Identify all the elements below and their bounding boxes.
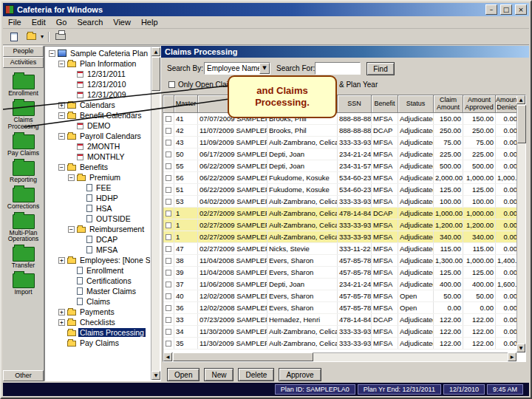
claim-row[interactable]: 5006/17/2009 SAMPLEPLA0Depti, Joan234-21… [163,149,516,160]
row-checkbox[interactable] [163,208,174,219]
row-checkbox[interactable] [163,290,174,301]
claim-row[interactable]: 5106/22/2009 SAMPLEPLA0Fukudome, Kosuke5… [163,184,516,196]
tree-item-certifications[interactable]: Certifications [47,276,150,286]
collapse-icon[interactable]: − [49,50,55,57]
tree-item-demo[interactable]: DEMO [47,120,150,131]
claim-row[interactable]: 102/27/2009 SAMPLEPLA0Ault-Zambrano, Cel… [163,208,516,219]
claim-row[interactable]: 102/27/2009 SAMPLEPLA0Ault-Zambrano, Cel… [163,231,516,243]
maximize-button[interactable]: □ [500,4,512,15]
grid-vscroll-thumb[interactable] [517,105,526,143]
tree-item-premium[interactable]: −Premium [47,172,150,183]
grid-vertical-scrollbar[interactable]: ▲ ▼ [516,95,525,352]
scroll-up-icon[interactable]: ▲ [516,95,525,104]
menu-item-help[interactable]: Help [136,17,163,27]
expand-icon[interactable]: + [58,102,65,109]
grid-column-header-status[interactable]: Status [398,95,434,113]
tree-item-employees-none-selected[interactable]: +Employees: [None Selected] [47,255,150,265]
sidebar-item-multi-plan-operations[interactable]: Multi-Plan Operations [3,211,44,243]
collapse-icon[interactable]: − [58,133,65,140]
tree-scroll-thumb[interactable] [151,57,160,91]
claim-row[interactable]: 5606/22/2009 SAMPLEPLA0Fukudome, Kosuke5… [163,172,516,184]
row-checkbox[interactable] [163,255,174,266]
tree-item-12-31-2010[interactable]: 12/31/2010 [47,79,150,89]
claim-row[interactable]: 5506/22/2009 SAMPLEPLA0Depti, Joan234-31… [163,160,516,172]
sidebar-item-transfer[interactable]: Transfer [3,244,44,269]
tree-item-benefit-calendars[interactable]: −Benefit Calendars [47,110,150,120]
collapse-icon[interactable]: − [58,112,65,119]
expand-icon[interactable]: + [58,257,65,264]
sidebar-item-corrections[interactable]: Corrections [3,185,44,210]
close-button[interactable]: × [515,4,527,15]
tree-item-dcap[interactable]: DCAP [47,234,150,245]
row-checkbox[interactable] [163,302,174,313]
tree-scrollbar[interactable]: ▲ ▼ [151,47,160,380]
claim-row[interactable]: 5304/02/2009 SAMPLEPLA0Ault-Zambrano, Ce… [163,196,516,208]
scroll-left-icon[interactable]: ◀ [163,352,172,361]
grid-column-header-amount-approved[interactable]: Amount Approved [463,95,496,113]
open-dropdown-icon[interactable]: ▾ [41,33,44,40]
row-checkbox[interactable] [163,184,174,195]
row-checkbox[interactable] [163,219,174,231]
collapse-icon[interactable]: − [68,226,75,233]
tree-item-calendars[interactable]: +Calendars [47,100,150,110]
grid-column-header-benefit[interactable]: Benefit [372,95,398,113]
row-checkbox[interactable] [163,160,174,171]
row-checkbox[interactable] [163,137,174,148]
tree-item-hdhp[interactable]: HDHP [47,193,150,203]
grid-column-header-master[interactable]: Master [174,95,198,113]
sidebar-item-reporting[interactable]: Reporting [3,158,44,183]
menu-item-edit[interactable]: Edit [27,17,51,27]
tree-item-reimbursement[interactable]: −Reimbursement [47,224,150,234]
sidebar-item-enrollment[interactable]: Enrollment [3,72,44,97]
sidebar-item-pay-claims[interactable]: Pay Claims [3,132,44,157]
row-checkbox[interactable] [163,172,174,183]
title-bar[interactable]: Cafeteria for Windows – □ × [3,3,529,16]
tree-item-hsa[interactable]: HSA [47,203,150,214]
claim-row[interactable]: 3711/06/2008 SAMPLEPLA0Depti, Joan234-21… [163,279,516,290]
row-checkbox[interactable] [163,196,174,207]
row-checkbox[interactable] [163,326,174,337]
row-checkbox[interactable] [163,113,174,124]
claim-row[interactable]: 4211/07/2009 SAMPLEPLA0Brooks, Phil888-8… [163,125,516,137]
tree-item-fee[interactable]: FEE [47,183,150,193]
row-checkbox[interactable] [163,149,174,160]
scroll-down-icon[interactable]: ▼ [516,344,525,352]
new-button[interactable] [7,30,21,44]
claim-row[interactable]: 3411/30/2009 SAMPLEPLA0Ault-Zambrano, Ce… [163,326,516,338]
row-checkbox[interactable] [163,231,174,242]
claim-row[interactable]: 102/27/2009 SAMPLEPLA0Ault-Zambrano, Cel… [163,219,516,231]
claim-row[interactable]: 4702/27/2009 SAMPLEPLA0Nicks, Stevie333-… [163,243,516,255]
tree-item-payments[interactable]: +Payments [47,307,150,317]
grid-column-header-claim-amount[interactable]: Claim Amount [434,95,463,113]
tree-item-enrollment[interactable]: Enrollment [47,265,150,276]
menu-item-search[interactable]: Search [72,17,108,27]
row-checkbox[interactable] [163,279,174,290]
row-checkbox[interactable] [163,338,174,349]
sidebar-group-people[interactable]: People [3,46,44,57]
grid-column-header-ssn[interactable]: SSN [338,95,372,113]
tree-item-benefits[interactable]: −Benefits [47,162,150,172]
collapse-icon[interactable]: − [58,164,65,171]
claim-row[interactable]: 3511/30/2009 SAMPLEPLA0Ault-Zambrano, Ce… [163,338,516,349]
claim-row[interactable]: 3612/02/2008 SAMPLEPLA0Evers, Sharon457-… [163,302,516,314]
scroll-right-icon[interactable]: ▶ [508,352,516,361]
collapse-icon[interactable]: − [58,61,65,67]
tree-item-plan-information[interactable]: −Plan Information [47,58,150,69]
claim-row[interactable]: 4107/07/2009 SAMPLEPLA0Brooks, Phil888-8… [163,113,516,125]
menu-item-view[interactable]: View [108,17,136,27]
menu-item-file[interactable]: File [3,17,27,27]
find-button[interactable]: Find [366,62,395,75]
expand-icon[interactable]: + [58,309,65,316]
grid-column-header[interactable] [163,95,174,113]
tree-item-pay-claims[interactable]: Pay Claims [47,338,150,348]
tree-item-mfsa[interactable]: MFSA [47,245,150,255]
tree-item-claims[interactable]: Claims [47,296,150,307]
tree-item-2month[interactable]: 2MONTH [47,141,150,151]
tree-item-sample-cafeteria-plan-company[interactable]: −Sample Cafeteria Plan Company [47,48,150,58]
tree-item-checklists[interactable]: +Checklists [47,317,150,327]
claim-row[interactable]: 3811/04/2008 SAMPLEPLA0Evers, Sharon457-… [163,255,516,267]
open-button[interactable]: Open [167,368,200,381]
claim-row[interactable]: 3911/04/2008 SAMPLEPLA0Evers, Sharon457-… [163,267,516,279]
tree-item-master-claims[interactable]: Master Claims [47,286,150,296]
chevron-down-icon[interactable]: ▼ [259,63,270,74]
